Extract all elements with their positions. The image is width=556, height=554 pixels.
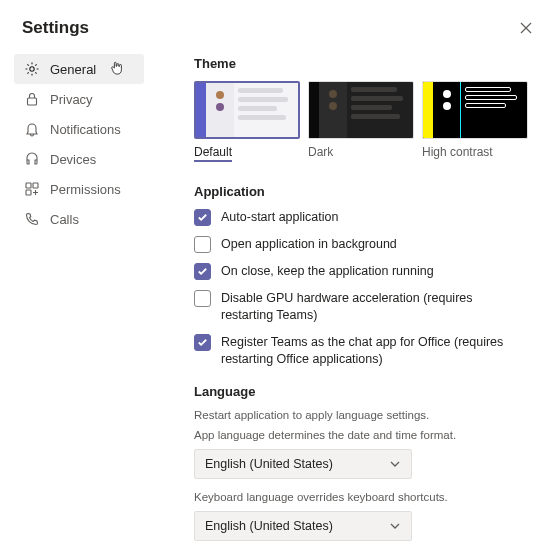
checkbox-label: Disable GPU hardware acceleration (requi… bbox=[221, 290, 528, 324]
checkbox-row-register-chat[interactable]: Register Teams as the chat app for Offic… bbox=[194, 334, 528, 368]
sidebar-item-label: Privacy bbox=[50, 92, 93, 107]
checkbox-label: Open application in background bbox=[221, 236, 397, 253]
checkbox[interactable] bbox=[194, 263, 211, 280]
checkbox-label: On close, keep the application running bbox=[221, 263, 434, 280]
theme-option-dark[interactable]: Dark bbox=[308, 81, 414, 162]
checkbox[interactable] bbox=[194, 334, 211, 351]
close-icon bbox=[518, 20, 534, 36]
gear-icon bbox=[24, 61, 40, 77]
content-panel: Theme Default Dark High contrast bbox=[144, 48, 556, 554]
svg-rect-3 bbox=[33, 183, 38, 188]
theme-label: Default bbox=[194, 145, 232, 162]
sidebar-item-devices[interactable]: Devices bbox=[14, 144, 144, 174]
theme-preview-dark bbox=[308, 81, 414, 139]
app-language-hint: App language determines the date and tim… bbox=[194, 429, 528, 441]
app-language-select[interactable]: English (United States) bbox=[194, 449, 412, 479]
checkbox-row-keep-running[interactable]: On close, keep the application running bbox=[194, 263, 528, 280]
select-value: English (United States) bbox=[205, 457, 333, 471]
sidebar-item-label: Calls bbox=[50, 212, 79, 227]
headset-icon bbox=[24, 151, 40, 167]
theme-label: Dark bbox=[308, 145, 414, 159]
theme-preview-default bbox=[194, 81, 300, 139]
apps-icon bbox=[24, 181, 40, 197]
theme-preview-high-contrast bbox=[422, 81, 528, 139]
keyboard-language-hint: Keyboard language overrides keyboard sho… bbox=[194, 491, 528, 503]
checkbox-row-open-background[interactable]: Open application in background bbox=[194, 236, 528, 253]
sidebar-item-calls[interactable]: Calls bbox=[14, 204, 144, 234]
theme-option-high-contrast[interactable]: High contrast bbox=[422, 81, 528, 162]
bell-icon bbox=[24, 121, 40, 137]
theme-label: High contrast bbox=[422, 145, 528, 159]
page-title: Settings bbox=[22, 18, 89, 38]
sidebar-item-general[interactable]: General bbox=[14, 54, 144, 84]
sidebar-item-notifications[interactable]: Notifications bbox=[14, 114, 144, 144]
close-button[interactable] bbox=[518, 20, 534, 36]
sidebar-item-privacy[interactable]: Privacy bbox=[14, 84, 144, 114]
theme-section-title: Theme bbox=[194, 56, 528, 71]
phone-icon bbox=[24, 211, 40, 227]
checkbox-label: Register Teams as the chat app for Offic… bbox=[221, 334, 528, 368]
chevron-down-icon bbox=[389, 458, 401, 470]
chevron-down-icon bbox=[389, 520, 401, 532]
cursor-hand-icon bbox=[110, 60, 124, 76]
language-section-title: Language bbox=[194, 384, 528, 399]
sidebar-item-label: General bbox=[50, 62, 96, 77]
svg-rect-2 bbox=[26, 183, 31, 188]
svg-rect-1 bbox=[28, 98, 37, 105]
lock-icon bbox=[24, 91, 40, 107]
theme-option-default[interactable]: Default bbox=[194, 81, 300, 162]
select-value: English (United States) bbox=[205, 519, 333, 533]
checkbox-label: Auto-start application bbox=[221, 209, 338, 226]
application-section-title: Application bbox=[194, 184, 528, 199]
checkbox-row-autostart[interactable]: Auto-start application bbox=[194, 209, 528, 226]
checkbox[interactable] bbox=[194, 236, 211, 253]
checkbox-row-disable-gpu[interactable]: Disable GPU hardware acceleration (requi… bbox=[194, 290, 528, 324]
checkbox[interactable] bbox=[194, 209, 211, 226]
sidebar: General Privacy Notifications Devices Pe… bbox=[14, 48, 144, 554]
language-restart-hint: Restart application to apply language se… bbox=[194, 409, 528, 421]
sidebar-item-label: Notifications bbox=[50, 122, 121, 137]
checkbox[interactable] bbox=[194, 290, 211, 307]
sidebar-item-label: Devices bbox=[50, 152, 96, 167]
sidebar-item-permissions[interactable]: Permissions bbox=[14, 174, 144, 204]
sidebar-item-label: Permissions bbox=[50, 182, 121, 197]
keyboard-language-select[interactable]: English (United States) bbox=[194, 511, 412, 541]
svg-point-0 bbox=[30, 67, 34, 71]
svg-rect-4 bbox=[26, 190, 31, 195]
